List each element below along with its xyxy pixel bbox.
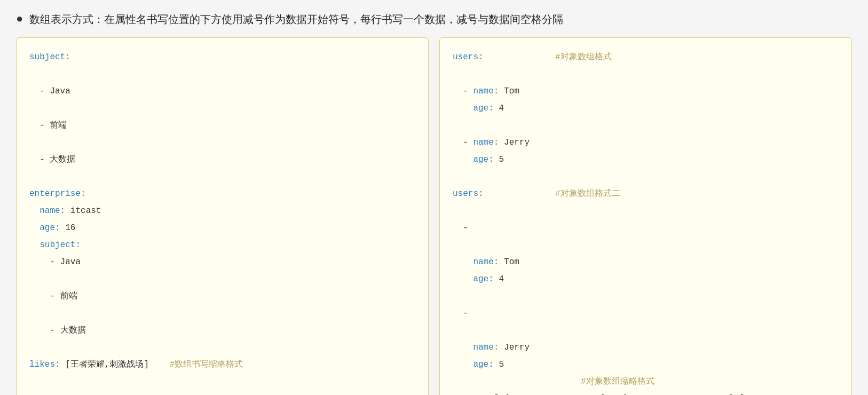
bullet-row: ● 数组表示方式：在属性名书写位置的下方使用减号作为数据开始符号，每行书写一个数… bbox=[16, 11, 852, 28]
right-comment1: #对象数组格式 bbox=[555, 52, 612, 62]
right-subkey-name2: name: bbox=[473, 138, 499, 147]
right-subkey-name4: name: bbox=[473, 343, 499, 352]
right-subkey-name1: name: bbox=[473, 86, 499, 96]
right-key-users1: users: bbox=[453, 52, 484, 62]
left-key-subject: subject: bbox=[29, 52, 70, 62]
left-code-panel: subject: - Java - 前端 - 大数据 enterprise: n… bbox=[16, 37, 429, 395]
right-key-users2: users: bbox=[453, 189, 484, 199]
bullet-text: 数组表示方式：在属性名书写位置的下方使用减号作为数据开始符号，每行书写一个数据，… bbox=[29, 11, 563, 28]
right-comment3: #对象数组缩略格式 bbox=[581, 377, 654, 386]
right-subkey-name3: name: bbox=[473, 257, 499, 267]
left-subkey-age: age: bbox=[40, 223, 60, 233]
left-key-likes: likes: bbox=[29, 360, 60, 369]
left-subkey-subject: subject: bbox=[40, 240, 81, 250]
left-subkey-name: name: bbox=[40, 206, 65, 216]
right-subkey-age2: age: bbox=[473, 155, 493, 164]
right-code-panel: users: #对象数组格式 - name: Tom age: 4 - name… bbox=[439, 37, 852, 395]
left-comment-abbrev: #数组书写缩略格式 bbox=[169, 360, 243, 369]
right-subkey-age4: age: bbox=[473, 360, 493, 369]
code-panels: subject: - Java - 前端 - 大数据 enterprise: n… bbox=[16, 37, 852, 395]
right-subkey-age1: age: bbox=[473, 104, 493, 113]
right-comment2: #对象数组格式二 bbox=[555, 189, 620, 199]
right-subkey-age3: age: bbox=[473, 274, 493, 284]
bullet-dot: ● bbox=[16, 12, 23, 26]
left-key-enterprise: enterprise: bbox=[29, 189, 86, 199]
